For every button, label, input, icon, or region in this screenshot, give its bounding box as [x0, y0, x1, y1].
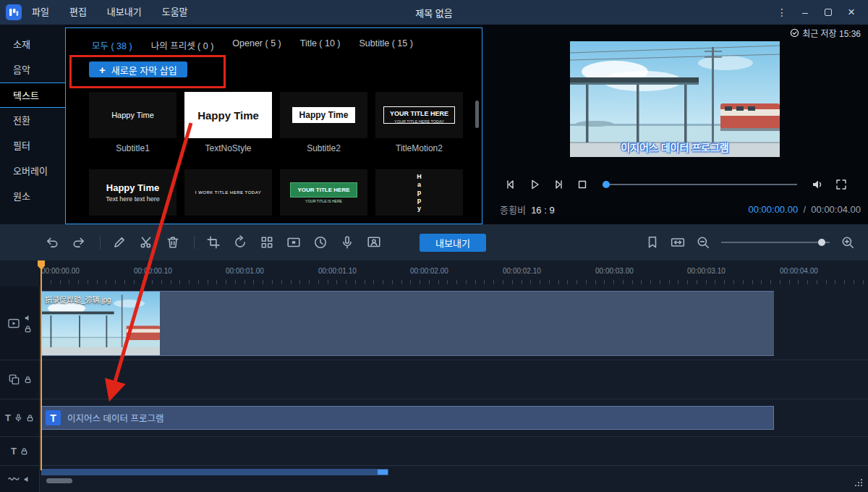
text-track-icon: T — [11, 446, 17, 457]
text-track-header: T — [0, 399, 40, 436]
previous-frame-button[interactable] — [504, 178, 517, 191]
timeline-hscrollbar[interactable] — [41, 469, 388, 475]
app-logo-icon — [6, 4, 22, 20]
video-track[interactable]: 捐录促焊聪_弥辆.jpg — [0, 287, 868, 360]
tab-my-presets[interactable]: 나의 프리셋 ( 0 ) — [151, 38, 214, 56]
video-clip[interactable]: 捐录促焊聪_弥辆.jpg — [41, 291, 774, 356]
template-item-6[interactable]: I WORK TITLE HERE TODAY — [184, 169, 272, 221]
sidebar-item-media[interactable]: 소재 — [0, 32, 65, 57]
text-track-2[interactable]: T — [0, 437, 868, 466]
close-button[interactable]: × — [843, 4, 859, 20]
rotate-button[interactable] — [233, 235, 247, 250]
fullscreen-icon[interactable] — [835, 178, 848, 191]
pip-track-icon — [8, 373, 20, 386]
scrollbar-thumb[interactable] — [46, 478, 72, 483]
menu-file[interactable]: 파일 — [22, 0, 59, 25]
freeze-frame-button[interactable] — [286, 235, 301, 250]
zoom-out-icon[interactable] — [696, 235, 710, 250]
overlay-track[interactable] — [0, 360, 868, 399]
template-item-8[interactable]: Happy — [375, 169, 463, 221]
edit-button[interactable] — [112, 235, 127, 250]
mute-track-icon[interactable] — [23, 475, 31, 483]
sidebar-item-text[interactable]: 텍스트 — [0, 82, 65, 108]
hscrollbar-handle[interactable] — [378, 470, 388, 475]
more-menu-icon[interactable]: ⋮ — [774, 4, 790, 20]
insert-subtitle-button[interactable]: + 새로운 자막 삽입 — [89, 62, 187, 77]
seek-slider[interactable] — [603, 184, 797, 185]
stop-button[interactable] — [576, 178, 589, 191]
duration-button[interactable] — [313, 235, 328, 250]
playhead[interactable] — [41, 260, 42, 470]
playback-controls — [504, 175, 848, 194]
zoom-slider-handle[interactable] — [818, 239, 825, 246]
templates-scrollbar[interactable] — [475, 101, 479, 128]
overlay-track-header — [0, 360, 40, 399]
volume-icon[interactable] — [811, 178, 824, 191]
delete-button[interactable] — [166, 235, 180, 250]
sidebar-item-music[interactable]: 음악 — [0, 57, 65, 82]
sidebar-item-transition[interactable]: 전환 — [0, 108, 65, 133]
minimize-button[interactable]: – — [797, 4, 813, 20]
mute-track-icon[interactable] — [24, 314, 32, 322]
menu-edit[interactable]: 편집 — [59, 0, 97, 25]
text-track[interactable]: T T 이지어스 데이터 프로그램 — [0, 399, 868, 437]
sidebar-item-filter[interactable]: 필터 — [0, 133, 65, 158]
toolbar-separator — [194, 236, 195, 249]
save-status: 최근 저장 15:36 — [790, 27, 861, 39]
text-templates-panel: 모두 ( 38 ) 나의 프리셋 ( 0 ) Opener ( 5 ) Titl… — [65, 27, 482, 224]
crop-button[interactable] — [206, 235, 221, 250]
plus-icon: + — [99, 64, 106, 76]
menu-help[interactable]: 도움말 — [152, 0, 198, 25]
timeline: 00:00:00.00 00:00:00.10 00:00:01.00 00:0… — [0, 260, 868, 492]
timeline-ruler[interactable]: 00:00:00.00 00:00:00.10 00:00:01.00 00:0… — [0, 260, 868, 287]
template-item-titlemotion2[interactable]: YOUR TITLE HEREYOUR TITLE HERE TODAY Tit… — [375, 92, 463, 153]
tab-subtitle[interactable]: Subtitle ( 15 ) — [359, 38, 413, 56]
aspect-ratio[interactable]: 종횡비 16 : 9 — [500, 203, 555, 216]
menu-export[interactable]: 내보내기 — [97, 0, 152, 25]
zoom-in-icon[interactable] — [841, 235, 855, 250]
template-item-5[interactable]: Happy TimeText here text here — [89, 169, 176, 221]
sidebar-item-elements[interactable]: 원소 — [0, 184, 65, 209]
marker-icon[interactable] — [645, 235, 660, 250]
maximize-button[interactable] — [820, 4, 836, 20]
saved-check-icon — [790, 28, 799, 38]
template-tabs: 모두 ( 38 ) 나의 프리셋 ( 0 ) Opener ( 5 ) Titl… — [66, 28, 482, 56]
undo-button[interactable] — [45, 235, 59, 250]
voiceover-button[interactable] — [340, 235, 354, 250]
text-track-2-header: T — [0, 437, 40, 465]
preview-info: 종횡비 16 : 9 00:00:00.00 / 00:00:04.00 — [500, 203, 861, 216]
audio-track-header — [0, 466, 40, 492]
preview-panel: 최근 저장 15:36 — [482, 25, 868, 224]
next-frame-button[interactable] — [552, 178, 565, 191]
sidebar-item-overlay[interactable]: 오버레이 — [0, 158, 65, 184]
timeline-zoom-slider[interactable] — [721, 242, 830, 243]
speech-to-text-button[interactable] — [367, 235, 381, 250]
text-clip[interactable]: T 이지어스 데이터 프로그램 — [41, 406, 774, 430]
tab-title[interactable]: Title ( 10 ) — [300, 38, 341, 56]
video-preview: 이지어스 데이터 프로그램 — [570, 41, 780, 157]
seek-handle[interactable] — [603, 181, 610, 188]
redo-button[interactable] — [72, 235, 86, 250]
lock-track-icon[interactable] — [26, 414, 34, 422]
lock-track-icon[interactable] — [24, 376, 32, 383]
toolbar-right — [645, 235, 868, 250]
tab-opener[interactable]: Opener ( 5 ) — [232, 38, 281, 56]
template-item-subtitle2[interactable]: Happy Time Subtitle2 — [280, 92, 367, 153]
subtitle-overlay: 이지어스 데이터 프로그램 — [570, 140, 780, 154]
split-button[interactable] — [139, 235, 153, 250]
lock-track-icon[interactable] — [24, 325, 32, 333]
sidebar: 소재 음악 텍스트 전환 필터 오버레이 원소 — [0, 25, 65, 224]
resize-grip[interactable] — [855, 479, 863, 487]
insert-subtitle-label: 새로운 자막 삽입 — [111, 63, 177, 77]
template-item-textnostyle[interactable]: Happy Time TextNoStyle — [184, 92, 272, 153]
lock-track-icon[interactable] — [20, 447, 28, 455]
toolbar-separator — [100, 236, 101, 249]
play-button[interactable] — [528, 178, 541, 191]
tab-all[interactable]: 모두 ( 38 ) — [92, 38, 132, 56]
template-item-subtitle1[interactable]: Happy Time Subtitle1 — [89, 92, 176, 153]
fit-timeline-icon[interactable] — [671, 235, 685, 250]
export-button[interactable]: 내보내기 — [420, 234, 486, 252]
template-item-7[interactable]: YOUR TITLE HEREYOUR TITLE IS HERE — [280, 169, 367, 221]
mosaic-button[interactable] — [260, 235, 274, 250]
mic-track-icon — [14, 414, 22, 422]
